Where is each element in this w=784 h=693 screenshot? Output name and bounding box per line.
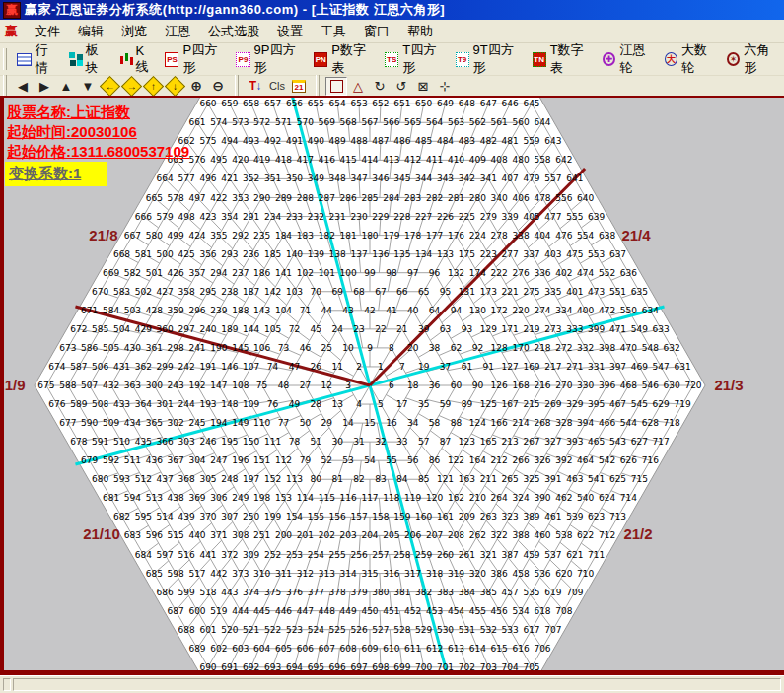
hexagon-number: 213 bbox=[502, 437, 519, 447]
hexagon-number: 617 bbox=[523, 625, 539, 635]
zoom-out-button[interactable]: ⊖ bbox=[207, 77, 229, 96]
hexagon-number: 67 bbox=[375, 287, 386, 297]
hexagon-number: 602 bbox=[210, 644, 227, 654]
hexagon-number: 706 bbox=[534, 644, 550, 654]
hexagon-number: 366 bbox=[157, 437, 174, 447]
hexagon-number: 300 bbox=[146, 381, 163, 390]
hexagon-number: 430 bbox=[124, 343, 141, 353]
hexagon-number: 114 bbox=[297, 493, 314, 503]
hexagon-number: 175 bbox=[459, 249, 475, 259]
page-left-button[interactable]: ◀ bbox=[12, 77, 34, 96]
calendar-icon: 21 bbox=[292, 80, 306, 93]
hexagon-number: 314 bbox=[340, 569, 357, 579]
hexagon-number: 223 bbox=[480, 249, 497, 259]
toolbar-button-3[interactable]: PSP四方形 bbox=[160, 38, 231, 80]
step-down-button[interactable]: ▼ bbox=[77, 77, 99, 96]
toolbar-button-10[interactable]: 大大数轮 bbox=[660, 38, 722, 80]
hexagon-number: 228 bbox=[393, 212, 410, 222]
zoom-in-button[interactable]: ⊕ bbox=[185, 77, 207, 96]
hexagon-number: 490 bbox=[308, 136, 324, 146]
hexagon-number: 715 bbox=[631, 474, 648, 484]
move-left-button[interactable]: ← bbox=[99, 77, 120, 96]
sort-column-button[interactable]: T↓ bbox=[245, 77, 266, 96]
hexagon-number: 276 bbox=[513, 268, 530, 278]
hexagon-number: 286 bbox=[340, 193, 357, 203]
hexagon-number: 27 bbox=[300, 381, 311, 390]
hexagon-number: 469 bbox=[631, 362, 648, 372]
hexagon-number: 552 bbox=[599, 268, 615, 278]
cls-button[interactable]: Cls bbox=[266, 77, 288, 96]
page-right-button[interactable]: ▶ bbox=[34, 77, 55, 96]
hexagon-number: 260 bbox=[437, 550, 454, 560]
hexagon-number: 567 bbox=[361, 117, 378, 127]
gann-hexagon-chart[interactable]: 1234567891011121314151617181920212223242… bbox=[0, 96, 784, 675]
hexagon-number: 509 bbox=[103, 418, 119, 428]
hexagon-number: 647 bbox=[480, 99, 497, 108]
hexagon-number: 682 bbox=[113, 512, 130, 521]
toolbar-button-7[interactable]: T99T四方形 bbox=[451, 38, 528, 80]
toolbar-button-0[interactable]: 行情 bbox=[12, 38, 64, 80]
box-x-tool-button[interactable]: ⊠ bbox=[412, 77, 434, 96]
hexagon-number: 188 bbox=[232, 306, 249, 315]
hexagon-number: 226 bbox=[437, 212, 454, 222]
move-down-button[interactable]: ↓ bbox=[164, 77, 185, 96]
hexagon-number: 685 bbox=[146, 569, 163, 579]
center-tool-button[interactable]: ⊹ bbox=[434, 77, 456, 96]
title-bar: 赢 赢家-江恩证券分析系统(http://gann360.com) - [上证指… bbox=[0, 0, 784, 20]
hexagon-number: 45 bbox=[311, 324, 321, 334]
triangle-tool-button[interactable]: △ bbox=[347, 77, 369, 96]
hexagon-number: 563 bbox=[448, 117, 464, 127]
main-toolbar: 行情板块K线PSP四方形P99P四方形PNP数字表TST四方形T99T四方形TN… bbox=[0, 43, 784, 76]
toolbar-button-2[interactable]: K线 bbox=[114, 40, 161, 79]
toolbar-button-1[interactable]: 板块 bbox=[64, 38, 114, 80]
hexagon-number: 377 bbox=[308, 588, 324, 597]
toolbar-button-9[interactable]: ✚江恩轮 bbox=[598, 38, 660, 80]
square-tool-button[interactable] bbox=[325, 77, 347, 96]
rotate-cw-button[interactable]: ↻ bbox=[369, 77, 391, 96]
page-right-icon: ▶ bbox=[39, 79, 49, 94]
hexagon-number: 541 bbox=[588, 474, 605, 484]
calendar-button[interactable]: 21 bbox=[288, 77, 310, 96]
hexagon-number: 583 bbox=[113, 287, 130, 297]
hexagon-number: 224 bbox=[469, 231, 486, 241]
hexagon-number: 407 bbox=[502, 173, 519, 183]
hexagon-number: 591 bbox=[92, 437, 108, 447]
toolbar-button-8[interactable]: TNT数字表 bbox=[528, 38, 598, 80]
hexagon-number: 238 bbox=[221, 287, 238, 297]
toolbar-button-4[interactable]: P99P四方形 bbox=[231, 38, 309, 80]
hexagon-number: 106 bbox=[253, 343, 270, 353]
hexagon-number: 173 bbox=[480, 287, 497, 297]
hexagon-number: 595 bbox=[135, 512, 152, 521]
hexagon-number: 522 bbox=[264, 625, 281, 635]
hexagon-number: 381 bbox=[393, 588, 410, 597]
rotate-ccw-button[interactable]: ↺ bbox=[391, 77, 412, 96]
hexagon-number: 528 bbox=[393, 625, 410, 635]
move-right-button[interactable]: → bbox=[120, 77, 142, 96]
hexagon-number: 284 bbox=[383, 193, 399, 203]
hexagon-number: 123 bbox=[459, 437, 475, 447]
hexagon-number: 486 bbox=[393, 136, 410, 146]
toolbar-button-label: P数字表 bbox=[331, 41, 375, 77]
hexagon-number: 274 bbox=[534, 306, 550, 315]
date-label-21-10: 21/10 bbox=[83, 525, 120, 542]
move-up-button[interactable]: ↑ bbox=[142, 77, 164, 96]
hexagon-number: 21 bbox=[396, 324, 407, 334]
toolbar-button-11[interactable]: ✶六角形 bbox=[722, 38, 784, 80]
hexagon-number: 471 bbox=[609, 324, 626, 334]
hexagon-number: 130 bbox=[469, 306, 486, 315]
step-up-button[interactable]: ▲ bbox=[55, 77, 77, 96]
hexagon-number: 313 bbox=[319, 569, 335, 579]
hexagon-number: 257 bbox=[372, 550, 389, 560]
hexagon-number: 709 bbox=[566, 588, 583, 597]
hexagon-canvas[interactable]: 1234567891011121314151617181920212223242… bbox=[0, 96, 784, 675]
hexagon-number: 335 bbox=[544, 287, 561, 297]
hexagon-number: 139 bbox=[308, 249, 324, 259]
hexagon-number: 259 bbox=[415, 550, 432, 560]
toolbar-button-5[interactable]: PNP数字表 bbox=[309, 38, 380, 80]
hexagon-number: 542 bbox=[599, 455, 615, 465]
hexagon-number: 307 bbox=[221, 512, 238, 521]
toolbar-button-6[interactable]: TST四方形 bbox=[380, 38, 450, 80]
hexagon-number: 712 bbox=[599, 530, 615, 540]
hexagon-number: 611 bbox=[404, 644, 421, 654]
hexagon-number: 131 bbox=[459, 287, 475, 297]
